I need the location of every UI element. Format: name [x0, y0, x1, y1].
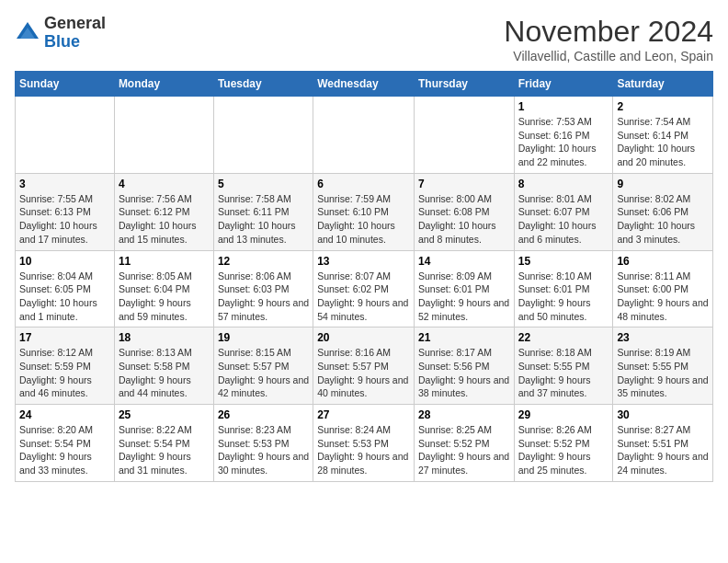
calendar-table: SundayMondayTuesdayWednesdayThursdayFrid… [15, 71, 713, 482]
day-cell: 15Sunrise: 8:10 AM Sunset: 6:01 PM Dayli… [514, 250, 613, 327]
day-number: 13 [317, 255, 410, 268]
day-number: 12 [218, 255, 309, 268]
day-header-tuesday: Tuesday [213, 72, 313, 97]
logo-text: General Blue [44, 15, 106, 52]
day-number: 20 [317, 331, 410, 344]
day-cell [414, 97, 514, 174]
day-cell: 6Sunrise: 7:59 AM Sunset: 6:10 PM Daylig… [313, 173, 415, 250]
day-cell: 30Sunrise: 8:27 AM Sunset: 5:51 PM Dayli… [613, 405, 713, 482]
day-number: 26 [218, 408, 309, 421]
week-row-4: 17Sunrise: 8:12 AM Sunset: 5:59 PM Dayli… [16, 327, 713, 405]
day-number: 4 [119, 178, 210, 190]
day-info: Sunrise: 8:17 AM Sunset: 5:56 PM Dayligh… [418, 346, 510, 400]
day-cell [213, 97, 313, 174]
day-cell: 10Sunrise: 8:04 AM Sunset: 6:05 PM Dayli… [16, 250, 115, 327]
day-number: 19 [218, 331, 309, 344]
day-number: 23 [617, 331, 709, 344]
day-info: Sunrise: 8:16 AM Sunset: 5:57 PM Dayligh… [317, 346, 410, 400]
logo-icon [15, 20, 40, 46]
day-number: 10 [19, 255, 110, 268]
day-info: Sunrise: 7:55 AM Sunset: 6:13 PM Dayligh… [19, 192, 110, 247]
day-cell: 7Sunrise: 8:00 AM Sunset: 6:08 PM Daylig… [414, 173, 514, 250]
day-info: Sunrise: 8:26 AM Sunset: 5:52 PM Dayligh… [518, 423, 609, 477]
day-number: 1 [518, 100, 609, 113]
day-cell: 17Sunrise: 8:12 AM Sunset: 5:59 PM Dayli… [16, 327, 115, 405]
day-cell: 5Sunrise: 7:58 AM Sunset: 6:11 PM Daylig… [213, 173, 313, 250]
day-header-wednesday: Wednesday [313, 72, 415, 97]
day-number: 11 [119, 255, 210, 268]
day-number: 8 [518, 178, 609, 190]
day-info: Sunrise: 8:11 AM Sunset: 6:00 PM Dayligh… [617, 270, 709, 324]
day-number: 5 [218, 178, 309, 190]
day-info: Sunrise: 7:54 AM Sunset: 6:14 PM Dayligh… [617, 115, 709, 169]
day-cell: 3Sunrise: 7:55 AM Sunset: 6:13 PM Daylig… [16, 173, 115, 250]
day-cell: 25Sunrise: 8:22 AM Sunset: 5:54 PM Dayli… [114, 405, 213, 482]
logo: General Blue [15, 15, 106, 52]
day-cell: 2Sunrise: 7:54 AM Sunset: 6:14 PM Daylig… [613, 97, 713, 174]
day-number: 17 [19, 331, 110, 344]
day-info: Sunrise: 8:12 AM Sunset: 5:59 PM Dayligh… [19, 346, 110, 400]
day-number: 6 [317, 178, 410, 190]
day-header-friday: Friday [514, 72, 613, 97]
day-number: 27 [317, 408, 410, 421]
day-cell: 8Sunrise: 8:01 AM Sunset: 6:07 PM Daylig… [514, 173, 613, 250]
day-cell: 26Sunrise: 8:23 AM Sunset: 5:53 PM Dayli… [213, 405, 313, 482]
day-number: 18 [119, 331, 210, 344]
day-header-sunday: Sunday [16, 72, 115, 97]
day-info: Sunrise: 8:24 AM Sunset: 5:53 PM Dayligh… [317, 423, 410, 477]
title-block: November 2024 Villavellid, Castille and … [504, 15, 713, 63]
day-info: Sunrise: 8:18 AM Sunset: 5:55 PM Dayligh… [518, 346, 609, 400]
day-cell: 20Sunrise: 8:16 AM Sunset: 5:57 PM Dayli… [313, 327, 415, 405]
day-number: 25 [119, 408, 210, 421]
day-cell: 12Sunrise: 8:06 AM Sunset: 6:03 PM Dayli… [213, 250, 313, 327]
day-number: 14 [418, 255, 510, 268]
week-row-5: 24Sunrise: 8:20 AM Sunset: 5:54 PM Dayli… [16, 405, 713, 482]
day-info: Sunrise: 8:23 AM Sunset: 5:53 PM Dayligh… [218, 423, 309, 477]
day-number: 28 [418, 408, 510, 421]
day-cell: 1Sunrise: 7:53 AM Sunset: 6:16 PM Daylig… [514, 97, 613, 174]
day-number: 21 [418, 331, 510, 344]
day-info: Sunrise: 7:53 AM Sunset: 6:16 PM Dayligh… [518, 115, 609, 169]
day-number: 3 [19, 178, 110, 190]
day-cell [114, 97, 213, 174]
day-number: 15 [518, 255, 609, 268]
day-cell: 9Sunrise: 8:02 AM Sunset: 6:06 PM Daylig… [613, 173, 713, 250]
page-header: General Blue November 2024 Villavellid, … [15, 15, 713, 63]
day-info: Sunrise: 8:02 AM Sunset: 6:06 PM Dayligh… [617, 192, 709, 247]
location-title: Villavellid, Castille and Leon, Spain [504, 49, 713, 63]
day-number: 24 [19, 408, 110, 421]
day-info: Sunrise: 8:13 AM Sunset: 5:58 PM Dayligh… [119, 346, 210, 400]
month-title: November 2024 [504, 15, 713, 49]
day-cell [313, 97, 415, 174]
logo-general: General [44, 14, 106, 32]
day-info: Sunrise: 8:22 AM Sunset: 5:54 PM Dayligh… [119, 423, 210, 477]
day-cell: 29Sunrise: 8:26 AM Sunset: 5:52 PM Dayli… [514, 405, 613, 482]
day-info: Sunrise: 8:01 AM Sunset: 6:07 PM Dayligh… [518, 192, 609, 247]
day-cell: 22Sunrise: 8:18 AM Sunset: 5:55 PM Dayli… [514, 327, 613, 405]
day-cell: 16Sunrise: 8:11 AM Sunset: 6:00 PM Dayli… [613, 250, 713, 327]
day-info: Sunrise: 8:07 AM Sunset: 6:02 PM Dayligh… [317, 270, 410, 324]
day-info: Sunrise: 7:56 AM Sunset: 6:12 PM Dayligh… [119, 192, 210, 247]
day-info: Sunrise: 8:27 AM Sunset: 5:51 PM Dayligh… [617, 423, 709, 477]
day-header-saturday: Saturday [613, 72, 713, 97]
day-cell: 4Sunrise: 7:56 AM Sunset: 6:12 PM Daylig… [114, 173, 213, 250]
day-info: Sunrise: 8:05 AM Sunset: 6:04 PM Dayligh… [119, 270, 210, 324]
day-info: Sunrise: 8:15 AM Sunset: 5:57 PM Dayligh… [218, 346, 309, 400]
day-cell: 28Sunrise: 8:25 AM Sunset: 5:52 PM Dayli… [414, 405, 514, 482]
day-cell: 11Sunrise: 8:05 AM Sunset: 6:04 PM Dayli… [114, 250, 213, 327]
calendar-header-row: SundayMondayTuesdayWednesdayThursdayFrid… [16, 72, 713, 97]
day-header-thursday: Thursday [414, 72, 514, 97]
day-number: 30 [617, 408, 709, 421]
day-number: 16 [617, 255, 709, 268]
day-number: 9 [617, 178, 709, 190]
logo-blue: Blue [44, 32, 80, 51]
week-row-2: 3Sunrise: 7:55 AM Sunset: 6:13 PM Daylig… [16, 173, 713, 250]
day-number: 22 [518, 331, 609, 344]
day-info: Sunrise: 8:25 AM Sunset: 5:52 PM Dayligh… [418, 423, 510, 477]
day-cell [16, 97, 115, 174]
day-header-monday: Monday [114, 72, 213, 97]
day-info: Sunrise: 8:09 AM Sunset: 6:01 PM Dayligh… [418, 270, 510, 324]
day-info: Sunrise: 8:10 AM Sunset: 6:01 PM Dayligh… [518, 270, 609, 324]
day-number: 7 [418, 178, 510, 190]
day-info: Sunrise: 8:04 AM Sunset: 6:05 PM Dayligh… [19, 270, 110, 324]
